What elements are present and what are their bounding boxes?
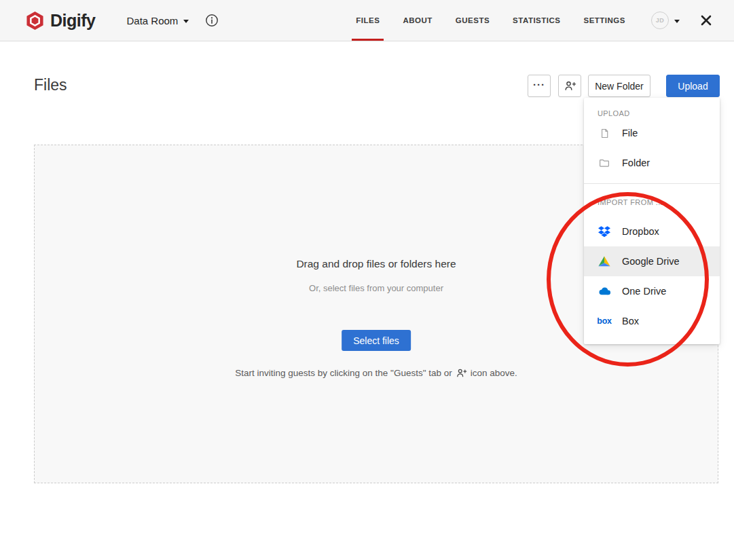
chevron-down-icon (183, 20, 189, 23)
upload-button[interactable]: Upload (666, 75, 720, 97)
invite-guests-hint: Start inviting guests by clicking on the… (35, 367, 718, 379)
upload-dropdown-menu: UPLOAD File Folder IMPORT FROM ... (584, 98, 720, 344)
person-add-icon (564, 79, 576, 92)
menu-item-label: Folder (622, 157, 650, 168)
page-title: Files (34, 76, 67, 94)
digify-logo[interactable]: Digify (26, 11, 95, 31)
dropbox-icon (598, 225, 611, 238)
person-add-icon (456, 367, 467, 379)
hint-text-prefix: Start inviting guests by clicking on the… (235, 368, 452, 378)
file-icon (598, 126, 611, 140)
menu-section-upload-label: UPLOAD (584, 109, 720, 118)
menu-item-google-drive[interactable]: Google Drive (584, 246, 720, 276)
avatar: JD (651, 12, 669, 29)
menu-item-one-drive[interactable]: One Drive (584, 276, 720, 306)
workspace-label: Data Room (126, 15, 178, 26)
menu-item-dropbox[interactable]: Dropbox (584, 217, 720, 246)
onedrive-icon (598, 284, 611, 298)
menu-item-label: Google Drive (622, 256, 680, 267)
menu-item-file[interactable]: File (584, 118, 720, 148)
digify-wordmark: Digify (50, 11, 95, 31)
close-icon[interactable] (700, 14, 712, 26)
tab-statistics[interactable]: STATISTICS (511, 0, 562, 41)
menu-item-folder[interactable]: Folder (584, 148, 720, 178)
account-menu[interactable]: JD (651, 12, 680, 29)
select-files-button[interactable]: Select files (342, 330, 411, 351)
digify-hexagon-icon (26, 11, 44, 31)
menu-item-box[interactable]: box Box (584, 306, 720, 336)
menu-section-import-label: IMPORT FROM ... (584, 198, 720, 207)
ellipsis-icon: ··· (533, 79, 545, 90)
nav-tabs: FILES ABOUT GUESTS STATISTICS SETTINGS (354, 0, 627, 41)
folder-icon (598, 156, 611, 170)
tab-guests[interactable]: GUESTS (454, 0, 491, 41)
box-icon: box (598, 314, 611, 328)
new-folder-button[interactable]: New Folder (588, 75, 650, 97)
top-navigation-bar: Digify Data Room FILES ABOUT GUESTS STAT… (0, 0, 734, 41)
tab-files[interactable]: FILES (354, 0, 381, 41)
chevron-down-icon (674, 20, 680, 23)
menu-item-label: Dropbox (622, 226, 659, 237)
menu-item-label: One Drive (622, 286, 666, 297)
invite-guest-button[interactable] (558, 75, 581, 97)
menu-divider (584, 183, 720, 184)
tab-about[interactable]: ABOUT (401, 0, 433, 41)
more-actions-button[interactable]: ··· (528, 75, 551, 97)
tab-settings[interactable]: SETTINGS (582, 0, 627, 41)
hint-text-suffix: icon above. (471, 368, 517, 378)
digify-app: Digify Data Room FILES ABOUT GUESTS STAT… (0, 0, 734, 560)
menu-item-label: Box (622, 316, 639, 326)
google-drive-icon (598, 255, 611, 268)
data-room-dropdown[interactable]: Data Room (126, 15, 189, 26)
info-icon[interactable] (205, 14, 219, 27)
menu-item-label: File (622, 128, 638, 138)
